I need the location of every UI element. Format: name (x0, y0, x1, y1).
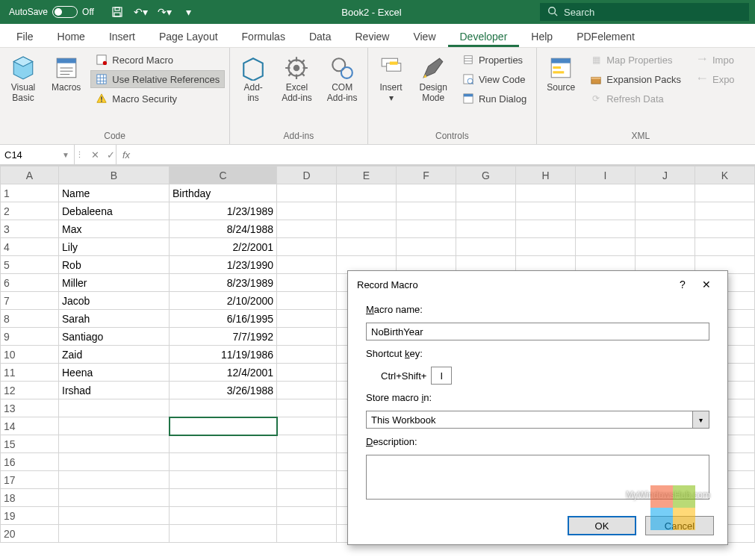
cell-D17[interactable] (277, 471, 337, 489)
cell-D12[interactable] (277, 382, 337, 399)
cell-B9[interactable]: Santiago (59, 328, 170, 346)
cell-D2[interactable] (277, 202, 337, 220)
chevron-down-icon[interactable]: ▾ (692, 411, 709, 428)
tab-formulas[interactable]: Formulas (230, 26, 297, 47)
cell-B17[interactable] (59, 471, 170, 489)
cell-B20[interactable] (59, 525, 170, 543)
cell-D1[interactable] (277, 184, 337, 202)
fx-icon[interactable]: fx (122, 149, 130, 161)
search-box[interactable]: Search (540, 3, 749, 21)
cell-C13[interactable] (170, 399, 277, 417)
cell-B8[interactable]: Sarah (59, 310, 170, 328)
formula-input[interactable]: fx (116, 145, 755, 164)
cell-B6[interactable]: Miller (59, 274, 170, 292)
cell-C14[interactable] (170, 417, 277, 435)
shortcut-key-input[interactable] (431, 367, 452, 385)
cell-C18[interactable] (170, 489, 277, 507)
cell-D3[interactable] (277, 220, 337, 238)
insert-controls-button[interactable]: Insert▾ (373, 51, 410, 108)
cell-C20[interactable] (170, 525, 277, 543)
cell-J3[interactable] (636, 220, 695, 238)
cell-B10[interactable]: Zaid (59, 346, 170, 364)
cell-H3[interactable] (516, 220, 576, 238)
com-addins-button[interactable]: COM Add-ins (322, 51, 363, 108)
cell-C19[interactable] (170, 507, 277, 525)
cell-B13[interactable] (59, 399, 170, 417)
cell-D18[interactable] (277, 489, 337, 507)
cell-E1[interactable] (337, 184, 397, 202)
cell-C6[interactable]: 8/23/1989 (170, 274, 277, 292)
cell-G1[interactable] (456, 184, 516, 202)
cell-B16[interactable] (59, 453, 170, 471)
tab-file[interactable]: File (4, 26, 46, 47)
store-macro-select[interactable]: ▾ (366, 411, 709, 429)
dialog-titlebar[interactable]: Record Macro ? ✕ (348, 271, 727, 298)
cell-J1[interactable] (636, 184, 695, 202)
macro-security-button[interactable]: Macro Security (90, 90, 225, 108)
cell-E3[interactable] (337, 220, 397, 238)
cell-G3[interactable] (456, 220, 516, 238)
undo-icon[interactable]: ↶▾ (133, 4, 149, 20)
cell-B5[interactable]: Rob (59, 256, 170, 274)
name-box[interactable]: C14 ▼ (0, 145, 75, 164)
cell-J4[interactable] (636, 238, 695, 256)
view-code-button[interactable]: View Code (457, 70, 532, 88)
cell-D14[interactable] (277, 417, 337, 435)
cell-J2[interactable] (636, 202, 695, 220)
macros-button[interactable]: Macros (46, 51, 86, 97)
cell-D6[interactable] (277, 274, 337, 292)
column-header-C[interactable]: C (170, 167, 277, 184)
cell-D15[interactable] (277, 435, 337, 453)
source-button[interactable]: Source (541, 51, 580, 97)
cell-D7[interactable] (277, 292, 337, 310)
record-macro-button[interactable]: Record Macro (90, 51, 225, 69)
cell-I3[interactable] (576, 220, 636, 238)
cell-B7[interactable]: Jacob (59, 292, 170, 310)
cell-B2[interactable]: Debaleena (59, 202, 170, 220)
cell-D5[interactable] (277, 256, 337, 274)
column-header-D[interactable]: D (277, 167, 337, 184)
tab-data[interactable]: Data (297, 26, 344, 47)
visual-basic-button[interactable]: Visual Basic (4, 51, 42, 108)
cell-H2[interactable] (516, 202, 576, 220)
cell-D8[interactable] (277, 310, 337, 328)
cell-F2[interactable] (397, 202, 456, 220)
cell-I1[interactable] (576, 184, 636, 202)
cell-C5[interactable]: 1/23/1990 (170, 256, 277, 274)
cell-D20[interactable] (277, 525, 337, 543)
cell-D16[interactable] (277, 453, 337, 471)
cell-B15[interactable] (59, 435, 170, 453)
tab-developer[interactable]: Developer (448, 26, 520, 47)
cell-F4[interactable] (397, 238, 456, 256)
cell-C11[interactable]: 12/4/2001 (170, 364, 277, 382)
qat-customize-icon[interactable]: ▾ (181, 4, 197, 20)
cell-C1[interactable]: Birthday (170, 184, 277, 202)
cell-C10[interactable]: 11/19/1986 (170, 346, 277, 364)
enter-formula-icon[interactable]: ✓ (107, 149, 115, 161)
properties-button[interactable]: Properties (457, 51, 532, 69)
cell-I4[interactable] (576, 238, 636, 256)
store-macro-value[interactable] (366, 411, 709, 429)
cell-B14[interactable] (59, 417, 170, 435)
cell-G4[interactable] (456, 238, 516, 256)
column-header-K[interactable]: K (695, 167, 755, 184)
cell-F3[interactable] (397, 220, 456, 238)
excel-addins-button[interactable]: Excel Add-ins (276, 51, 317, 108)
save-icon[interactable] (109, 4, 125, 20)
dialog-close-button[interactable]: ✕ (695, 279, 718, 290)
cell-D13[interactable] (277, 399, 337, 417)
tab-pdfelement[interactable]: PDFelement (565, 26, 647, 47)
cell-D4[interactable] (277, 238, 337, 256)
redo-icon[interactable]: ↷▾ (157, 4, 173, 20)
column-header-G[interactable]: G (456, 167, 516, 184)
cancel-formula-icon[interactable]: ✕ (91, 149, 99, 161)
tab-home[interactable]: Home (46, 26, 97, 47)
use-relative-references-button[interactable]: Use Relative References (90, 70, 225, 88)
expansion-packs-button[interactable]: Expansion Packs (585, 70, 686, 88)
cell-C9[interactable]: 7/7/1992 (170, 328, 277, 346)
name-box-dropdown-icon[interactable]: ▼ (62, 151, 69, 159)
cell-K1[interactable] (695, 184, 755, 202)
cell-D9[interactable] (277, 328, 337, 346)
tab-view[interactable]: View (401, 26, 447, 47)
cell-B18[interactable] (59, 489, 170, 507)
